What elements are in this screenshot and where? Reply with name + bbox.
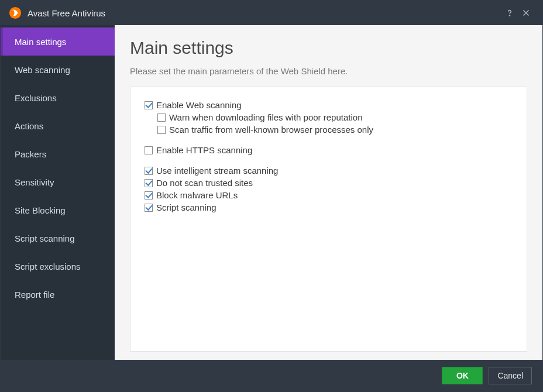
body: Main settings Web scanning Exclusions Ac… — [1, 25, 542, 360]
svg-point-1 — [509, 15, 510, 16]
option-label: Enable HTTPS scanning — [156, 145, 252, 155]
option-label: Do not scan trusted sites — [156, 178, 253, 188]
avast-logo-icon — [9, 6, 22, 19]
sidebar: Main settings Web scanning Exclusions Ac… — [1, 25, 115, 360]
sidebar-item-main-settings[interactable]: Main settings — [1, 27, 115, 56]
sidebar-item-script-scanning[interactable]: Script scanning — [1, 224, 115, 252]
option-scan-known-browsers: Scan traffic from well-known browser pro… — [157, 125, 513, 135]
sidebar-item-label: Sensitivity — [15, 177, 54, 187]
option-block-malware-urls: Block malware URLs — [145, 190, 513, 200]
sidebar-item-label: Script scanning — [15, 233, 75, 243]
option-label: Warn when downloading files with poor re… — [169, 112, 362, 122]
checkbox-block-malware-urls[interactable] — [145, 191, 153, 200]
cancel-button[interactable]: Cancel — [489, 367, 532, 384]
checkbox-enable-https-scanning[interactable] — [145, 146, 153, 154]
option-label: Block malware URLs — [156, 190, 238, 200]
sidebar-item-label: Script exclusions — [15, 262, 81, 271]
sidebar-item-script-exclusions[interactable]: Script exclusions — [1, 252, 115, 280]
sidebar-item-web-scanning[interactable]: Web scanning — [1, 56, 115, 84]
checkbox-warn-poor-reputation[interactable] — [157, 114, 166, 122]
option-label: Use intelligent stream scanning — [156, 166, 278, 176]
page-title: Main settings — [130, 38, 527, 58]
settings-panel: Enable Web scanning Warn when downloadin… — [130, 87, 527, 352]
checkbox-enable-web-scanning[interactable] — [145, 101, 153, 109]
sidebar-item-label: Actions — [15, 121, 43, 131]
option-enable-https-scanning: Enable HTTPS scanning — [145, 145, 513, 155]
option-enable-web-scanning: Enable Web scanning — [145, 100, 513, 110]
option-warn-poor-reputation: Warn when downloading files with poor re… — [157, 112, 513, 122]
help-icon[interactable] — [501, 5, 518, 21]
checkbox-scan-known-browsers[interactable] — [157, 126, 166, 134]
sidebar-item-label: Web scanning — [15, 65, 70, 75]
sidebar-item-actions[interactable]: Actions — [1, 112, 115, 140]
option-intelligent-stream: Use intelligent stream scanning — [145, 166, 513, 176]
app-title: Avast Free Antivirus — [28, 8, 105, 18]
titlebar: Avast Free Antivirus — [1, 1, 542, 25]
main-content: Main settings Please set the main parame… — [115, 25, 542, 360]
sidebar-item-label: Packers — [15, 149, 46, 159]
checkbox-script-scanning[interactable] — [145, 204, 153, 212]
sidebar-item-packers[interactable]: Packers — [1, 140, 115, 168]
checkbox-dont-scan-trusted[interactable] — [145, 179, 153, 187]
option-script-scanning: Script scanning — [145, 202, 513, 212]
option-label: Script scanning — [156, 202, 216, 212]
sidebar-item-label: Main settings — [15, 37, 66, 47]
ok-button[interactable]: OK — [442, 367, 483, 384]
sidebar-item-label: Site Blocking — [15, 205, 66, 215]
checkbox-intelligent-stream[interactable] — [145, 167, 153, 175]
page-subtitle: Please set the main parameters of the We… — [130, 66, 527, 76]
footer: OK Cancel — [1, 360, 542, 391]
close-icon[interactable] — [518, 5, 534, 21]
option-label: Scan traffic from well-known browser pro… — [169, 125, 373, 135]
app-window: Avast Free Antivirus Main settings Web s… — [0, 0, 543, 392]
sidebar-item-exclusions[interactable]: Exclusions — [1, 84, 115, 112]
sidebar-item-label: Exclusions — [15, 93, 57, 103]
sidebar-item-site-blocking[interactable]: Site Blocking — [1, 196, 115, 224]
option-dont-scan-trusted: Do not scan trusted sites — [145, 178, 513, 188]
option-label: Enable Web scanning — [156, 100, 242, 110]
sidebar-item-label: Report file — [15, 290, 54, 300]
sidebar-item-report-file[interactable]: Report file — [1, 280, 115, 308]
sidebar-item-sensitivity[interactable]: Sensitivity — [1, 168, 115, 196]
